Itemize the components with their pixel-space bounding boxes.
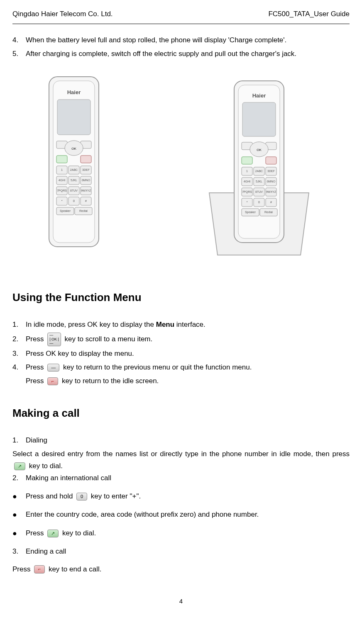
step-number: 4.: [12, 34, 26, 46]
svg-text:7PQRS: 7PQRS: [242, 190, 252, 194]
call-key-icon: ↗: [47, 530, 59, 537]
svg-text:2ABC: 2ABC: [255, 170, 263, 173]
item-number: 2.: [12, 472, 26, 484]
call-item-2: 2. Making an international call: [12, 472, 350, 484]
step-number: 4.: [12, 362, 26, 374]
call-item-3: 3. Ending a call: [12, 546, 350, 558]
svg-text:2ABC: 2ABC: [70, 168, 78, 171]
bullet-text: Press ↗ key to dial.: [26, 527, 96, 540]
svg-text:OK: OK: [257, 148, 262, 152]
svg-text:*: *: [61, 199, 63, 202]
bullet-icon: ●: [12, 508, 26, 521]
bullet-plus: ● Press and hold 0 key to enter "+".: [12, 490, 350, 503]
step-text: When the battery level full and stop rol…: [26, 34, 350, 46]
function-step-1: 1. In idle mode, press OK key to display…: [12, 319, 350, 331]
phone-handset-image: Haier OK 12ABC3DEF 4GHI5JKL6MNO 7PQRS8TU…: [41, 73, 107, 251]
call-key-icon: ↗: [14, 462, 25, 470]
bullet-press-dial: ● Press ↗ key to dial.: [12, 527, 350, 540]
charging-steps: 4. When the battery level full and stop …: [12, 34, 350, 60]
svg-text:3DEF: 3DEF: [267, 170, 275, 173]
bold-menu: Menu: [156, 321, 174, 328]
svg-rect-9: [81, 156, 91, 163]
bullet-text: Enter the country code, area code (witho…: [26, 509, 259, 521]
item-text: Ending a call: [26, 546, 350, 558]
step-text: After charging is complete, switch off t…: [26, 48, 350, 60]
svg-rect-3: [57, 100, 90, 135]
making-call-content: 1. Dialing Select a desired entry from t…: [12, 435, 350, 575]
page-header: Qingdao Haier Telecom Co. Ltd. FC500_TAT…: [12, 8, 350, 24]
step-text: Press ⌐ key to return to the idle screen…: [26, 375, 350, 387]
nav-key-icon: —| OK |—: [47, 333, 61, 347]
svg-text:9WXYZ: 9WXYZ: [266, 190, 276, 193]
svg-text:8TUV: 8TUV: [255, 190, 263, 193]
svg-text:9WXYZ: 9WXYZ: [81, 189, 91, 192]
svg-text:3DEF: 3DEF: [82, 168, 90, 171]
svg-text:0: 0: [73, 199, 75, 202]
svg-text:Haier: Haier: [67, 89, 81, 95]
page-number: 4: [12, 596, 350, 607]
item-text: Dialing: [26, 435, 350, 447]
phone-in-cradle-image: Haier OK 12ABC3DEF 4GHI5JKL6MNO 7PQRS8TU…: [197, 73, 321, 267]
step-number: 2.: [12, 333, 26, 345]
svg-text:Redial: Redial: [79, 209, 88, 212]
bullet-country-code: ● Enter the country code, area code (wit…: [12, 508, 350, 521]
function-step-4b: Press ⌐ key to return to the idle screen…: [26, 375, 350, 387]
svg-text:4GHI: 4GHI: [244, 180, 250, 183]
svg-rect-8: [56, 156, 67, 163]
svg-rect-47: [266, 157, 276, 164]
back-key-icon: —: [47, 364, 59, 372]
header-right: FC500_TATA_User Guide: [268, 8, 350, 20]
svg-text:7PQRS: 7PQRS: [57, 189, 67, 192]
svg-text:5JKL: 5JKL: [256, 180, 262, 183]
bullet-text: Press and hold 0 key to enter "+".: [26, 491, 141, 503]
svg-text:*: *: [247, 201, 248, 204]
item-text: Making an international call: [26, 472, 350, 484]
step-number: 1.: [12, 319, 26, 331]
function-menu-steps: 1. In idle mode, press OK key to display…: [12, 319, 350, 387]
item-number: 1.: [12, 435, 26, 447]
svg-text:6MNO: 6MNO: [82, 179, 90, 182]
bullet-icon: ●: [12, 490, 26, 503]
section-title-function-menu: Using the Function Menu: [12, 288, 350, 306]
svg-rect-46: [242, 157, 252, 164]
call-item-1: 1. Dialing: [12, 435, 350, 447]
header-left: Qingdao Haier Telecom Co. Ltd.: [12, 8, 113, 20]
svg-text:4GHI: 4GHI: [59, 179, 65, 182]
svg-text:1: 1: [246, 170, 248, 173]
step-number: 5.: [12, 48, 26, 60]
svg-text:OK: OK: [71, 147, 76, 151]
svg-text:5JKL: 5JKL: [71, 179, 77, 182]
step-text: Press —| OK |— key to scroll to a menu i…: [26, 333, 350, 347]
svg-text:0: 0: [258, 201, 260, 204]
svg-text:8TUV: 8TUV: [70, 189, 78, 192]
function-step-3: 3. Press OK key to display the menu.: [12, 348, 350, 360]
svg-text:Speaker: Speaker: [60, 209, 71, 213]
ending-call-paragraph: Press ⌐ key to end a call.: [12, 564, 350, 576]
step-number: 3.: [12, 348, 26, 360]
end-key-icon: ⌐: [47, 377, 58, 385]
svg-text:6MNO: 6MNO: [267, 180, 276, 183]
charging-step-4: 4. When the battery level full and stop …: [12, 34, 350, 46]
phone-images-container: Haier OK 12ABC3DEF 4GHI5JKL6MNO 7PQRS8TU…: [12, 73, 350, 267]
svg-rect-41: [242, 102, 276, 136]
step-text: Press OK key to display the menu.: [26, 348, 350, 360]
section-title-making-call: Making a call: [12, 404, 350, 422]
function-step-2: 2. Press —| OK |— key to scroll to a men…: [12, 333, 350, 347]
charging-step-5: 5. After charging is complete, switch of…: [12, 48, 350, 60]
function-step-4: 4. Press — key to return to the previous…: [12, 362, 350, 374]
step-text: Press — key to return to the previous me…: [26, 362, 350, 374]
svg-text:#: #: [270, 201, 272, 204]
svg-text:1: 1: [61, 168, 63, 171]
item-number: 3.: [12, 546, 26, 558]
dialing-paragraph: Select a desired entry from the names li…: [12, 448, 350, 472]
zero-key-icon: 0: [76, 493, 87, 501]
svg-text:Haier: Haier: [252, 92, 266, 99]
end-key-icon: ⌐: [34, 565, 45, 573]
svg-text:Speaker: Speaker: [245, 211, 256, 214]
bullet-icon: ●: [12, 527, 26, 540]
svg-text:#: #: [85, 199, 87, 202]
svg-text:Redial: Redial: [264, 211, 273, 214]
step-text: In idle mode, press OK key to display th…: [26, 319, 350, 331]
